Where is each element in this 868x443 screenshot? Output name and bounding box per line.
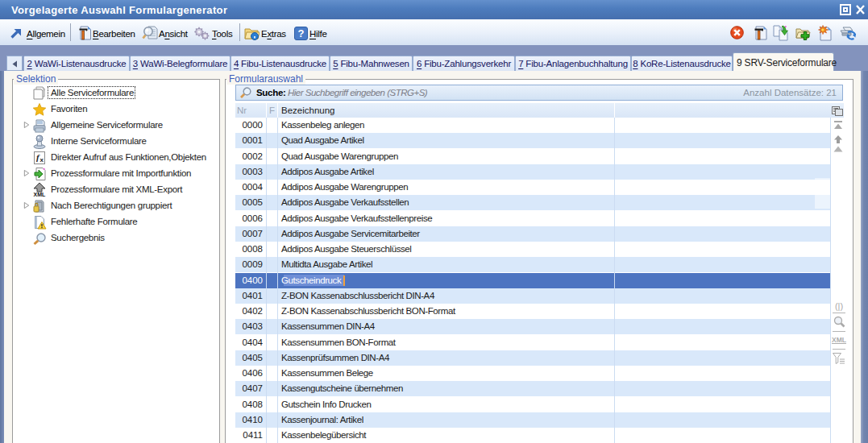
svg-text:x: x	[40, 156, 44, 164]
svg-text:XML: XML	[34, 192, 47, 197]
svg-text:?: ?	[298, 27, 305, 39]
